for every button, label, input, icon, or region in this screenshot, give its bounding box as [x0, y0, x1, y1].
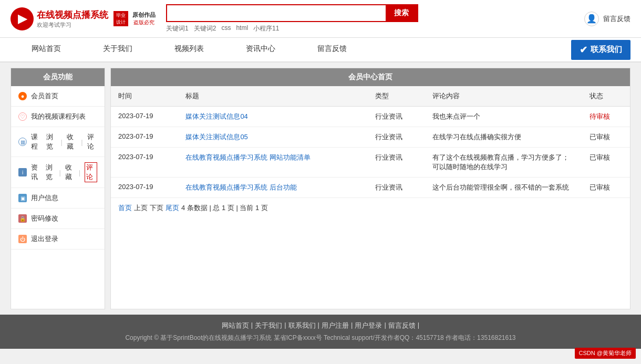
badge-graduation: 毕业设计 — [113, 11, 128, 26]
sidebar-item-member-home[interactable]: ● 会员首页 — [11, 86, 105, 107]
page-first[interactable]: 首页 — [118, 203, 132, 213]
info-links-icon: i — [18, 168, 27, 176]
sidebar: 会员功能 ● 会员首页 ♡ 我的视频课程列表 ▦ 课程 浏览 | 收藏 | 评论… — [11, 68, 105, 309]
keyword-5[interactable]: 小程序11 — [253, 24, 279, 33]
footer-nav-item-8[interactable]: 用户登录 — [355, 321, 382, 330]
info-browse[interactable]: 浏览 — [46, 163, 55, 182]
cell-title-2: 在线教育视频点播学习系统 网站功能清单 — [178, 148, 368, 178]
cell-comment-2: 有了这个在线视频教育点播，学习方便多了；可以随时随地的在线学习 — [425, 148, 582, 178]
logo-title: 在线视频点播系统 — [37, 9, 108, 21]
keyword-3[interactable]: css — [221, 24, 231, 33]
user-info-label: 用户信息 — [31, 193, 58, 203]
logout-icon: ⏻ — [18, 235, 27, 243]
footer-separator: | — [251, 321, 253, 330]
search-button[interactable]: 搜索 — [386, 5, 417, 21]
my-courses-icon: ♡ — [18, 112, 27, 121]
csdn-badge: CSDN @黄菊华老师 — [575, 348, 636, 349]
content-panel: 会员中心首页 时间 标题 类型 评论内容 状态 2023-07-19 媒体关注测… — [110, 68, 630, 309]
pagination: 首页 上页 下页 尾页 4 条数据 | 总 1 页 | 当前 1 页 — [111, 198, 630, 218]
info-links-label: 资讯 — [31, 163, 40, 182]
page-last[interactable]: 尾页 — [166, 203, 179, 213]
logout-label: 退出登录 — [31, 234, 58, 244]
table-row: 2023-07-19 在线教育视频点播学习系统 网站功能清单 行业资讯 有了这个… — [111, 148, 630, 178]
my-courses-label: 我的视频课程列表 — [31, 112, 86, 121]
cell-type-1: 行业资讯 — [368, 127, 425, 148]
footer-nav-item-10[interactable]: 留言反馈 — [388, 321, 416, 330]
search-input[interactable] — [167, 5, 386, 21]
keyword-2[interactable]: 关键词2 — [194, 24, 216, 33]
sidebar-item-my-courses[interactable]: ♡ 我的视频课程列表 — [11, 107, 105, 127]
pagination-info: 4 条数据 | 总 1 页 | 当前 1 页 — [181, 203, 268, 213]
table-row: 2023-07-19 在线教育视频点播学习系统 后台功能 行业资讯 这个后台功能… — [111, 178, 630, 198]
nav-home[interactable]: 网站首页 — [11, 38, 82, 61]
footer-nav-item-2[interactable]: 关于我们 — [255, 321, 282, 330]
user-avatar-icon: 👤 — [584, 12, 599, 26]
table-area: 时间 标题 类型 评论内容 状态 2023-07-19 媒体关注测试信息04 行… — [111, 86, 630, 218]
sidebar-title: 会员功能 — [11, 68, 105, 86]
main-container: 会员功能 ● 会员首页 ♡ 我的视频课程列表 ▦ 课程 浏览 | 收藏 | 评论… — [0, 63, 641, 315]
data-table: 时间 标题 类型 评论内容 状态 2023-07-19 媒体关注测试信息04 行… — [111, 86, 630, 198]
header-right: 👤 留言反馈 — [584, 12, 630, 26]
search-box: 搜索 — [166, 4, 418, 22]
logo-area: ▶ 在线视频点播系统 欢迎考试学习 毕业设计 原创作品 盗版必究 — [11, 7, 156, 30]
cell-title-1: 媒体关注测试信息05 — [178, 127, 368, 148]
keyword-1[interactable]: 关键词1 — [166, 24, 189, 33]
course-links-icon: ▦ — [18, 138, 27, 146]
content-title: 会员中心首页 — [111, 68, 630, 86]
contact-us-button[interactable]: ✔ 联系我们 — [571, 40, 630, 60]
nav-news[interactable]: 资讯中心 — [225, 38, 296, 61]
user-info-icon: ▣ — [18, 194, 27, 202]
footer-separator: | — [418, 321, 419, 330]
feedback-button[interactable]: 留言反馈 — [603, 14, 630, 24]
footer-nav-item-0[interactable]: 网站首页 — [222, 321, 249, 330]
sidebar-item-logout[interactable]: ⏻ 退出登录 — [11, 229, 105, 249]
cell-comment-1: 在线学习在线点播确实很方便 — [425, 127, 582, 148]
cell-type-2: 行业资讯 — [368, 148, 425, 178]
cell-title-0: 媒体关注测试信息04 — [178, 107, 368, 127]
member-home-icon: ● — [18, 92, 27, 100]
table-header-row: 时间 标题 类型 评论内容 状态 — [111, 86, 630, 107]
sidebar-item-user-info[interactable]: ▣ 用户信息 — [11, 188, 105, 209]
password-label: 密码修改 — [31, 214, 58, 223]
cell-status-2: 已审核 — [582, 148, 630, 178]
cell-time-2: 2023-07-19 — [111, 148, 178, 178]
table-row: 2023-07-19 媒体关注测试信息04 行业资讯 我也来点评一个 待审核 — [111, 107, 630, 127]
footer-separator: | — [384, 321, 386, 330]
cell-time-0: 2023-07-19 — [111, 107, 178, 127]
cell-comment-0: 我也来点评一个 — [425, 107, 582, 127]
footer-copyright: Copyright © 基于SprintBoot的在线视频点播学习系统 某省IC… — [11, 334, 630, 342]
nav-about[interactable]: 关于我们 — [82, 38, 153, 61]
table-row: 2023-07-19 媒体关注测试信息05 行业资讯 在线学习在线点播确实很方便… — [111, 127, 630, 148]
course-collect[interactable]: 收藏 — [67, 132, 77, 151]
cell-title-3: 在线教育视频点播学习系统 后台功能 — [178, 178, 368, 198]
sidebar-item-info-links: i 资讯 浏览 | 收藏 | 评论 — [11, 157, 105, 188]
main-nav: 网站首页 关于我们 视频列表 资讯中心 留言反馈 ✔ 联系我们 — [0, 38, 641, 63]
footer-nav-item-4[interactable]: 联系我们 — [288, 321, 316, 330]
badge-original: 原创作品 盗版必究 — [132, 11, 156, 26]
logo-sub: 欢迎考试学习 — [37, 21, 108, 29]
course-browse[interactable]: 浏览 — [46, 132, 56, 151]
cell-type-0: 行业资讯 — [368, 107, 425, 127]
search-keywords: 关键词1 关键词2 css html 小程序11 — [166, 24, 418, 33]
nav-videos[interactable]: 视频列表 — [153, 38, 225, 61]
search-area: 搜索 关键词1 关键词2 css html 小程序11 — [166, 4, 418, 33]
footer-nav: 网站首页|关于我们|联系我们|用户注册|用户登录|留言反馈| — [11, 321, 630, 330]
footer-nav-item-6[interactable]: 用户注册 — [322, 321, 349, 330]
nav-feedback[interactable]: 留言反馈 — [296, 38, 368, 61]
col-title: 标题 — [178, 86, 368, 107]
keyword-4[interactable]: html — [236, 24, 248, 33]
cell-comment-3: 这个后台功能管理很全啊，很不错的一套系统 — [425, 178, 582, 198]
course-comment[interactable]: 评论 — [87, 132, 97, 151]
footer-separator: | — [351, 321, 353, 330]
info-collect[interactable]: 收藏 — [65, 163, 75, 182]
col-time: 时间 — [111, 86, 178, 107]
cell-time-1: 2023-07-19 — [111, 127, 178, 148]
cell-time-3: 2023-07-19 — [111, 178, 178, 198]
info-comment[interactable]: 评论 — [85, 162, 97, 182]
logo-icon: ▶ — [11, 7, 34, 30]
sidebar-item-password[interactable]: 🔒 密码修改 — [11, 209, 105, 229]
col-comment: 评论内容 — [425, 86, 582, 107]
contact-icon: ✔ — [580, 44, 587, 56]
cell-status-3: 已审核 — [582, 178, 630, 198]
footer-separator: | — [284, 321, 286, 330]
